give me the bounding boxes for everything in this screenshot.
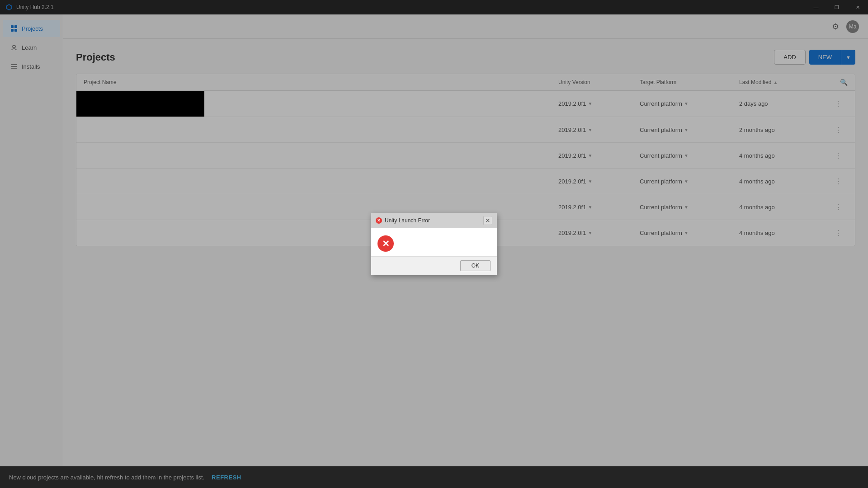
dialog-footer: OK — [371, 256, 497, 275]
dialog-title-error-icon: ✕ — [376, 217, 382, 224]
dialog-title-left: ✕ Unity Launch Error — [376, 217, 430, 224]
ok-button[interactable]: OK — [460, 260, 491, 271]
dialog-title-text: Unity Launch Error — [385, 217, 430, 224]
dialog-overlay: ✕ Unity Launch Error ✕ ✕ OK — [0, 0, 868, 488]
dialog-close-button[interactable]: ✕ — [483, 216, 492, 225]
error-dialog: ✕ Unity Launch Error ✕ ✕ OK — [371, 213, 497, 275]
dialog-error-icon: ✕ — [377, 235, 394, 252]
dialog-body: ✕ — [371, 228, 497, 256]
dialog-titlebar: ✕ Unity Launch Error ✕ — [371, 213, 497, 228]
